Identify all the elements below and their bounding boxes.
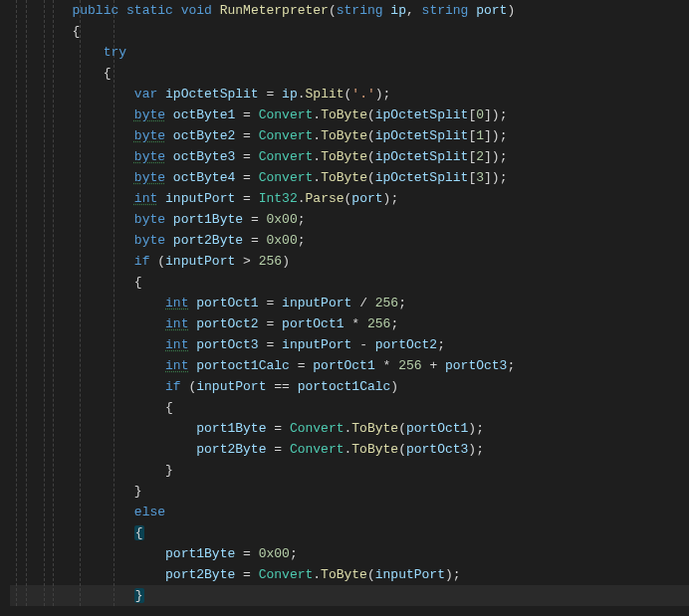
code-line[interactable]: {	[10, 21, 689, 42]
keyword-if: if	[165, 379, 181, 394]
keyword-int: int	[165, 296, 188, 310]
keyword-int: int	[165, 316, 188, 331]
code-line[interactable]: byte octByte3 = Convert.ToByte(ipOctetSp…	[10, 146, 689, 167]
keyword-int: int	[165, 358, 188, 373]
var-inputPort: inputPort	[165, 191, 235, 206]
current-line-highlight	[10, 585, 689, 606]
keyword-void: void	[181, 3, 212, 18]
string-literal: '.'	[351, 87, 374, 102]
keyword-byte: byte	[134, 149, 165, 164]
fn-parse: Parse	[306, 191, 344, 206]
code-line[interactable]: {	[10, 63, 689, 84]
code-line[interactable]: try	[10, 42, 689, 63]
keyword-if: if	[134, 254, 150, 269]
keyword-int: int	[134, 191, 157, 206]
type-convert: Convert	[259, 107, 314, 122]
keyword-byte: byte	[134, 233, 165, 248]
keyword-byte: byte	[134, 212, 165, 227]
code-line[interactable]: byte octByte4 = Convert.ToByte(ipOctetSp…	[10, 167, 689, 188]
method-name: RunMeterpreter	[220, 3, 329, 18]
code-line[interactable]: int portOct1 = inputPort / 256;	[10, 293, 689, 313]
code-line[interactable]: port1Byte = Convert.ToByte(portOct1);	[10, 418, 689, 439]
keyword-byte: byte	[134, 170, 165, 185]
keyword-int: int	[165, 337, 188, 352]
keyword-byte: byte	[134, 107, 165, 122]
code-line[interactable]: byte port1Byte = 0x00;	[10, 209, 689, 230]
code-line[interactable]: var ipOctetSplit = ip.Split('.');	[10, 84, 689, 104]
keyword-string: string	[337, 3, 383, 18]
code-line[interactable]: }	[10, 460, 689, 481]
var-octByte2: octByte2	[173, 128, 235, 143]
var-portOct3: portOct3	[196, 337, 258, 352]
code-line[interactable]: if (inputPort == portoct1Calc)	[10, 376, 689, 397]
code-line[interactable]: port2Byte = Convert.ToByte(inputPort);	[10, 564, 689, 585]
code-line[interactable]: byte octByte1 = Convert.ToByte(ipOctetSp…	[10, 104, 689, 125]
code-line[interactable]: }	[10, 481, 689, 502]
code-line[interactable]: if (inputPort > 256)	[10, 251, 689, 272]
param-port: port	[476, 3, 507, 18]
code-line[interactable]: int inputPort = Int32.Parse(port);	[10, 188, 689, 209]
keyword-string: string	[422, 3, 469, 18]
code-line[interactable]: public static void RunMeterpreter(string…	[10, 0, 689, 21]
type-int32: Int32	[259, 191, 298, 206]
code-line[interactable]: else	[10, 502, 689, 522]
keyword-try: try	[104, 45, 126, 60]
code-line[interactable]: }	[10, 585, 689, 606]
var-octByte3: octByte3	[173, 149, 235, 164]
var-port2Byte: port2Byte	[173, 233, 243, 248]
fn-tobyte: ToByte	[321, 107, 367, 122]
var-portoct1Calc: portoct1Calc	[196, 358, 290, 373]
code-editor[interactable]: public static void RunMeterpreter(string…	[0, 0, 689, 606]
var-ip: ip	[282, 87, 298, 102]
code-line[interactable]: {	[10, 272, 689, 293]
keyword-public: public	[72, 3, 118, 18]
code-line[interactable]: port1Byte = 0x00;	[10, 543, 689, 564]
var-octByte4: octByte4	[173, 170, 235, 185]
keyword-static: static	[126, 3, 173, 18]
code-line[interactable]: port2Byte = Convert.ToByte(portOct3);	[10, 439, 689, 460]
var-portOct2: portOct2	[196, 316, 258, 331]
keyword-byte: byte	[134, 128, 165, 143]
var-ipOctetSplit: ipOctetSplit	[165, 87, 259, 102]
code-line[interactable]: byte octByte2 = Convert.ToByte(ipOctetSp…	[10, 125, 689, 146]
matched-brace: }	[134, 588, 144, 603]
param-ip: ip	[390, 3, 406, 18]
code-line[interactable]: {	[10, 522, 689, 543]
code-line[interactable]: int portOct2 = portOct1 * 256;	[10, 313, 689, 334]
code-line[interactable]: int portOct3 = inputPort - portOct2;	[10, 334, 689, 355]
code-line[interactable]: byte port2Byte = 0x00;	[10, 230, 689, 251]
var-portOct1: portOct1	[196, 296, 258, 310]
keyword-var: var	[134, 87, 157, 102]
fn-split: Split	[306, 87, 344, 102]
var-octByte1: octByte1	[173, 107, 235, 122]
keyword-else: else	[134, 505, 165, 519]
matched-brace: {	[134, 525, 144, 540]
code-line[interactable]: {	[10, 397, 689, 418]
code-line[interactable]: int portoct1Calc = portOct1 * 256 + port…	[10, 355, 689, 376]
var-port1Byte: port1Byte	[173, 212, 243, 227]
